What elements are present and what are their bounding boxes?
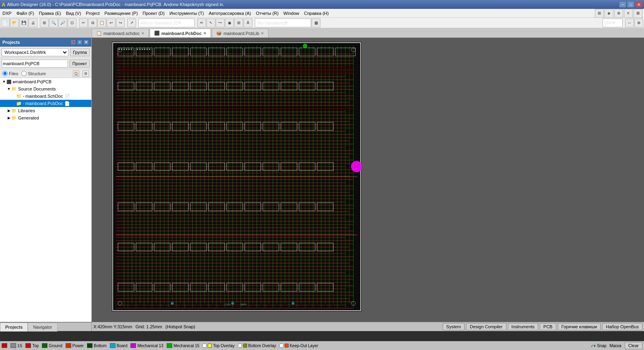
minimize-button[interactable]: ─: [619, 1, 626, 8]
menu-place[interactable]: Размещение (P): [102, 9, 140, 17]
tb-pencil[interactable]: ✏: [197, 19, 206, 27]
tb-zoom-out[interactable]: 🔎: [58, 19, 67, 27]
close-button[interactable]: ✕: [635, 1, 642, 8]
layer-bottom[interactable]: Bottom: [87, 343, 107, 348]
tree-home-btn[interactable]: 🏠: [73, 70, 79, 77]
tab-close-pcbdoc[interactable]: ✕: [203, 31, 206, 35]
tb-right1[interactable]: ↔: [625, 19, 634, 27]
tb-via[interactable]: ◉: [225, 19, 234, 27]
variation-dropdown[interactable]: [No Variations]▾: [255, 19, 311, 27]
tab-pcblib[interactable]: 📦 mainboard.PcbLib ✕: [212, 29, 268, 37]
layer-keepout[interactable]: Keep-Out Layer: [279, 344, 318, 348]
layer-indicator2[interactable]: 1S: [10, 343, 22, 348]
tb-paste[interactable]: 📋: [97, 19, 106, 27]
openbus-button[interactable]: Набор OpenBus: [602, 323, 642, 330]
tb-var-btn[interactable]: ▦: [312, 19, 320, 27]
menu-dxp[interactable]: DXP: [0, 9, 14, 17]
menu-project[interactable]: Project: [83, 9, 102, 17]
tree-item-root[interactable]: ▼ ⬛ ■ mainboard.PrjPCB: [0, 78, 91, 85]
expand-icon-src: ▼: [6, 87, 11, 91]
layer-check-topoverlay[interactable]: [202, 344, 206, 348]
toolbar-icon-1[interactable]: ⊞: [595, 9, 604, 18]
layer-board[interactable]: Board: [110, 343, 128, 348]
layer-indicator1[interactable]: [2, 343, 7, 348]
tb-redo[interactable]: ↪: [116, 19, 125, 27]
tb-route[interactable]: 〜: [216, 19, 225, 27]
tb-new[interactable]: 📄: [1, 19, 10, 27]
tree-item-pcbdoc[interactable]: 📁 ▪ mainboard.PcbDoc 📄: [0, 100, 91, 107]
layer-mech13[interactable]: Mechanical 13: [130, 343, 163, 348]
tb-zoom-in[interactable]: 🔍: [49, 19, 58, 27]
pcb-button[interactable]: PCB: [540, 323, 556, 330]
tb-copy[interactable]: ⧉: [88, 19, 97, 27]
tree-item-schdoc[interactable]: 📁 ▪ mainboard.SchDoc 📄: [0, 93, 91, 100]
maximize-button[interactable]: □: [627, 1, 634, 8]
menu-file[interactable]: Файл (F): [14, 9, 37, 17]
menu-window[interactable]: Window: [281, 9, 301, 17]
toolbar-icon-4[interactable]: ≡: [624, 9, 633, 18]
pcb-board[interactable]: 0805 C102: [112, 42, 361, 311]
tree-settings-btn[interactable]: ⚙: [83, 70, 89, 77]
panel-tab-navigator[interactable]: Navigator: [28, 323, 57, 331]
system-button[interactable]: System: [443, 323, 465, 330]
toolbar-icon-2[interactable]: ◈: [605, 9, 613, 18]
tb-right2[interactable]: ⊕: [634, 19, 643, 27]
project-icon: ⬛: [6, 80, 11, 84]
files-radio[interactable]: Files: [2, 71, 18, 76]
tree-item-libs[interactable]: ▶ 📁 Libraries: [0, 107, 91, 114]
menu-help[interactable]: Справка (H): [301, 9, 331, 17]
toolbar-icon-3[interactable]: ⊕: [614, 9, 623, 18]
design-compiler-button[interactable]: Design Compiler: [466, 323, 506, 330]
panel-pin-button[interactable]: 📌: [70, 39, 76, 45]
instruments-button[interactable]: Instruments: [508, 323, 538, 330]
menu-autoroute[interactable]: Автотрассировка (A): [206, 9, 254, 17]
layer-check-keepout[interactable]: [279, 344, 283, 348]
all-dropdown[interactable]: (All)▾: [603, 19, 623, 27]
project-button[interactable]: Проект: [70, 60, 90, 68]
workspace-group-button[interactable]: Группа: [70, 48, 90, 56]
panel-tabs: Projects Navigator: [0, 322, 92, 331]
tb-text[interactable]: A: [244, 19, 252, 27]
tb-save[interactable]: 💾: [19, 19, 28, 27]
svg-rect-252: [120, 66, 353, 74]
layer-mech15[interactable]: Mechanical 15: [167, 343, 199, 348]
layer-power[interactable]: Power: [66, 343, 84, 348]
tb-cursor[interactable]: ↖: [206, 19, 215, 27]
menu-project2[interactable]: Проект (D): [140, 9, 167, 17]
tb-open[interactable]: 📂: [10, 19, 19, 27]
structure-radio[interactable]: Structure: [21, 71, 46, 76]
tb-zoom-fit[interactable]: ⊞: [40, 19, 49, 27]
hotkeys-button[interactable]: Горячие клавиши: [558, 323, 601, 330]
tb-select[interactable]: ↗: [127, 19, 136, 27]
layer-ground[interactable]: Ground: [42, 343, 62, 348]
tb-zoom-area[interactable]: ⊡: [68, 19, 76, 27]
tab-pcbdoc[interactable]: ⬛ mainboard.PcbDoc ✕: [150, 29, 211, 37]
panel-menu-button[interactable]: ≡: [77, 39, 83, 45]
layer-botoverlay[interactable]: Bottom Overlay: [238, 344, 276, 348]
tab-close-pcblib[interactable]: ✕: [261, 31, 264, 35]
layer-check-botoverlay[interactable]: [238, 344, 242, 348]
tab-schdoc[interactable]: 📋 mainboard.schdoc ✕: [92, 29, 149, 37]
tb-print[interactable]: 🖨: [29, 19, 37, 27]
menu-reports[interactable]: Отчеты (R): [254, 9, 281, 17]
tb-component[interactable]: ⊞: [234, 19, 243, 27]
panel-tab-projects[interactable]: Projects: [0, 323, 28, 331]
tree-item-gen[interactable]: ▶ 📁 Generated: [0, 114, 91, 121]
menu-view[interactable]: Вид (V): [64, 9, 84, 17]
tb-cut[interactable]: ✂: [79, 19, 88, 27]
workspace-dropdown[interactable]: Workspace1.DsnWrk: [2, 48, 68, 56]
menu-edit[interactable]: Правка (E): [37, 9, 64, 17]
menu-tools[interactable]: Инструменты (T): [167, 9, 206, 17]
tab-close-schdoc[interactable]: ✕: [141, 31, 144, 35]
layer-topoverlay[interactable]: Top Overlay: [202, 344, 234, 348]
clear-button[interactable]: Clear: [625, 342, 642, 349]
toolbar-icon-5[interactable]: ⊠: [634, 9, 642, 18]
snap-check-icon: ✓▾: [590, 344, 596, 348]
tree-item-src[interactable]: ▼ 📁 Source Documents: [0, 85, 91, 93]
tb-undo[interactable]: ↩: [107, 19, 116, 27]
layer-top[interactable]: Top: [25, 343, 39, 348]
project-input[interactable]: [2, 60, 68, 68]
view-dropdown[interactable]: Altium Standard 2D▾: [138, 19, 195, 27]
canvas-area[interactable]: 0805 C102: [92, 38, 644, 322]
panel-close-button[interactable]: ✕: [83, 39, 89, 45]
